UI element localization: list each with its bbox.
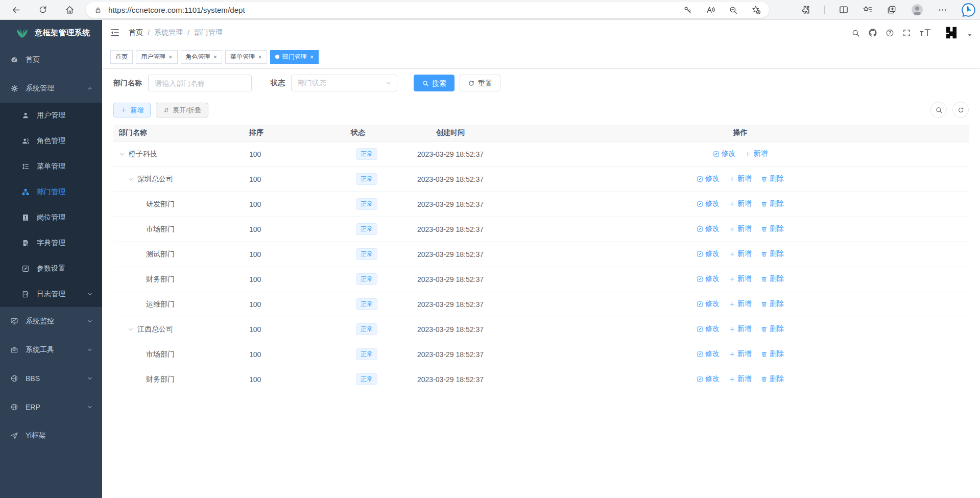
delete-link[interactable]: 删除 [761, 324, 784, 334]
more-options-icon[interactable] [938, 5, 947, 15]
delete-link[interactable]: 删除 [761, 199, 784, 208]
edit-link[interactable]: 修改 [697, 224, 720, 233]
breadcrumb-home[interactable]: 首页 [129, 28, 143, 37]
toggle-search-button[interactable] [930, 102, 947, 118]
help-icon[interactable] [886, 29, 894, 37]
address-bar[interactable]: https://ccnetcore.com:1101/system/dept [86, 2, 769, 18]
delete-link[interactable]: 删除 [761, 374, 784, 384]
sidebar-item-users[interactable]: 用户管理 [0, 103, 102, 128]
sidebar-item-dicts[interactable]: 字典管理 [0, 230, 102, 256]
favorites-bar-icon[interactable] [863, 5, 873, 15]
add-child-link[interactable]: 新增 [729, 299, 752, 309]
close-icon[interactable]: × [169, 54, 173, 60]
edit-link[interactable]: 修改 [697, 349, 720, 359]
reset-button[interactable]: 重置 [460, 75, 500, 91]
back-icon[interactable] [11, 5, 21, 15]
sidebar-item-roles[interactable]: 角色管理 [0, 128, 102, 154]
dropdown-caret-icon[interactable] [967, 33, 972, 38]
read-aloud-icon[interactable] [706, 5, 715, 15]
breadcrumb-system: 系统管理 [154, 28, 183, 37]
profile-avatar[interactable] [911, 3, 924, 16]
delete-link[interactable]: 删除 [761, 224, 784, 233]
sidebar-toggle-icon[interactable] [110, 28, 120, 38]
dept-name: 财务部门 [146, 375, 175, 384]
plus-icon [729, 276, 735, 282]
add-child-link[interactable]: 新增 [729, 374, 752, 384]
sidebar-item-params[interactable]: 参数设置 [0, 256, 102, 281]
tab-menus[interactable]: 菜单管理× [225, 50, 267, 64]
sidebar-item-menus[interactable]: 菜单管理 [0, 154, 102, 179]
status-select-placeholder: 部门状态 [298, 79, 326, 88]
add-child-link[interactable]: 新增 [729, 199, 752, 208]
split-screen-icon[interactable] [839, 5, 849, 15]
edit-link[interactable]: 修改 [697, 374, 720, 384]
add-child-link[interactable]: 新增 [729, 174, 752, 183]
tree-list-icon [21, 162, 30, 171]
sidebar-item-system[interactable]: 系统管理 [0, 74, 102, 103]
sidebar-item-monitor[interactable]: 系统监控 [0, 307, 102, 336]
add-child-link[interactable]: 新增 [729, 324, 752, 334]
add-child-link[interactable]: 新增 [745, 149, 768, 158]
font-size-icon[interactable] [919, 28, 931, 37]
tab-home[interactable]: 首页 [110, 50, 133, 64]
sidebar-item-posts[interactable]: 岗位管理 [0, 205, 102, 230]
bing-chat-icon[interactable] [961, 3, 976, 17]
edit-link[interactable]: 修改 [697, 249, 720, 258]
home-icon[interactable] [65, 5, 75, 15]
edit-link[interactable]: 修改 [713, 149, 736, 158]
search-icon[interactable] [851, 29, 860, 37]
zoom-out-icon[interactable] [729, 6, 738, 15]
expand-collapse-button[interactable]: 展开/折叠 [156, 103, 208, 117]
sidebar-item-erp[interactable]: ERP [0, 393, 102, 421]
delete-link[interactable]: 删除 [761, 274, 784, 283]
sidebar-item-label: ERP [26, 403, 40, 411]
status-select[interactable]: 部门状态 [291, 75, 397, 91]
edit-label: 修改 [722, 149, 736, 158]
tab-users[interactable]: 用户管理× [136, 50, 178, 64]
add-child-link[interactable]: 新增 [729, 249, 752, 258]
yi-logo[interactable] [944, 25, 959, 40]
edit-link[interactable]: 修改 [697, 199, 720, 208]
edit-link[interactable]: 修改 [697, 274, 720, 283]
close-icon[interactable]: × [213, 54, 218, 60]
delete-link[interactable]: 删除 [761, 249, 784, 258]
edit-link[interactable]: 修改 [697, 299, 720, 309]
delete-link[interactable]: 删除 [761, 299, 784, 309]
sidebar-item-yi-framework[interactable]: Yi框架 [0, 421, 102, 450]
search-button-label: 搜索 [432, 80, 446, 87]
add-child-link[interactable]: 新增 [729, 274, 752, 283]
sidebar-item-logs[interactable]: 日志管理 [0, 281, 102, 307]
dept-name-label: 部门名称 [113, 79, 142, 88]
tab-departments[interactable]: 部门管理× [270, 50, 319, 64]
row-expand-caret[interactable] [119, 151, 125, 157]
github-icon[interactable] [868, 28, 877, 37]
sidebar-item-tools[interactable]: 系统工具 [0, 336, 102, 364]
lock-icon[interactable] [94, 6, 102, 14]
add-child-link[interactable]: 新增 [729, 224, 752, 233]
add-favorite-icon[interactable] [751, 5, 761, 15]
add-button[interactable]: 新增 [113, 103, 151, 117]
row-expand-caret[interactable] [128, 176, 134, 182]
edit-link[interactable]: 修改 [697, 174, 720, 183]
delete-link[interactable]: 删除 [761, 349, 784, 359]
key-icon[interactable] [683, 6, 692, 15]
dept-name-input[interactable] [148, 75, 252, 91]
collections-icon[interactable] [887, 5, 897, 15]
status-badge: 正常 [356, 273, 377, 285]
fullscreen-icon[interactable] [902, 29, 911, 37]
delete-link[interactable]: 删除 [761, 174, 784, 183]
search-button[interactable]: 搜索 [414, 75, 455, 91]
close-icon[interactable]: × [310, 54, 314, 60]
refresh-icon[interactable] [38, 5, 47, 14]
sidebar-item-departments[interactable]: 部门管理 [0, 179, 102, 205]
row-expand-caret[interactable] [128, 326, 134, 333]
sidebar-item-bbs[interactable]: BBS [0, 364, 102, 393]
refresh-table-button[interactable] [952, 102, 969, 118]
app-title: 意框架管理系统 [35, 28, 90, 38]
add-child-link[interactable]: 新增 [729, 349, 752, 359]
tab-roles[interactable]: 角色管理× [181, 50, 223, 64]
extensions-icon[interactable] [800, 5, 810, 15]
close-icon[interactable]: × [258, 54, 262, 60]
edit-link[interactable]: 修改 [697, 324, 720, 334]
sidebar-item-home[interactable]: 首页 [0, 45, 102, 74]
